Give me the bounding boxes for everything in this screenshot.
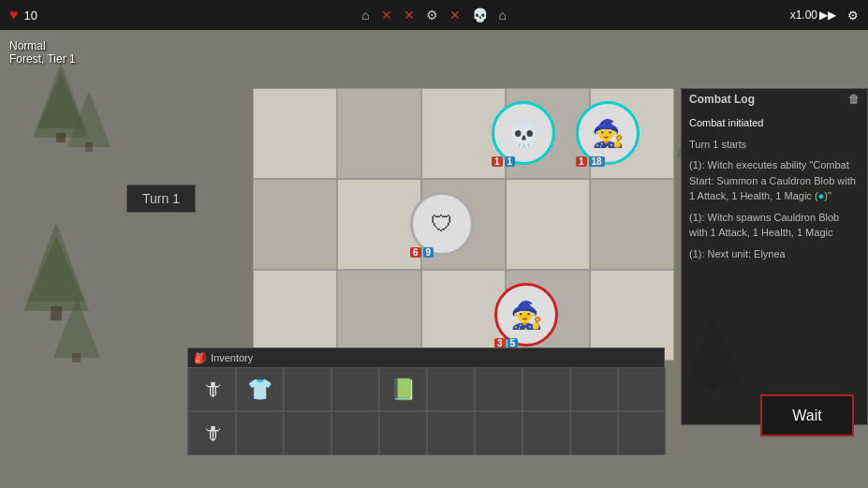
game-mode: Normal [9, 39, 76, 52]
skull-icon[interactable]: 💀 [472, 7, 488, 22]
inventory-grid: 🗡 👕 📗 🗡 [188, 367, 666, 455]
cauldron-atk: 1 [492, 156, 503, 167]
inv-cell-16[interactable] [475, 411, 522, 455]
inv-cell-7[interactable] [522, 367, 570, 411]
warrior-atk: 6 [410, 247, 421, 258]
log-entry-2: (1): Witch executes ability "Combat Star… [689, 157, 860, 204]
close-icon-3[interactable]: ✕ [449, 7, 461, 22]
svg-rect-9 [72, 353, 81, 362]
inv-cell-0[interactable]: 🗡 [188, 367, 236, 411]
inv-cell-8[interactable] [570, 367, 618, 411]
svg-marker-1 [37, 72, 84, 128]
speed-value: x1.00 [790, 8, 817, 22]
person-icon[interactable]: ⚙ [426, 7, 438, 22]
inv-cell-14[interactable] [379, 411, 427, 455]
item-sword-2: 🗡 [202, 421, 223, 446]
cauldron-stats: 1 1 [492, 156, 515, 167]
inv-cell-9[interactable] [618, 367, 666, 411]
item-book: 📗 [390, 377, 416, 402]
unit-circle-cauldron: 💀 [492, 101, 555, 165]
wait-button[interactable]: Wait [760, 394, 854, 436]
witch-small-stats: 1 18 [576, 156, 605, 167]
inventory-panel: 🎒 Inventory 🗡 👕 📗 🗡 [187, 348, 665, 455]
inv-cell-13[interactable] [331, 411, 379, 455]
combat-log-content: Combat initiated Turn 1 starts (1): Witc… [682, 110, 867, 424]
location: Forest, Tier 1 [9, 52, 76, 66]
home-icon-2[interactable]: ⌂ [499, 7, 507, 22]
unit-cauldron-blob[interactable]: 💀 1 1 [492, 101, 555, 165]
warrior-portrait: 🛡 [431, 211, 453, 237]
grid-cell-0-0[interactable] [253, 88, 337, 179]
combat-log: Combat Log 🗑 Combat initiated Turn 1 sta… [681, 88, 868, 425]
unit-circle-warrior: 🛡 [410, 192, 474, 256]
svg-marker-3 [67, 91, 110, 147]
inv-cell-10[interactable]: 🗡 [188, 411, 236, 455]
settings-icon[interactable]: ⚙ [847, 8, 859, 22]
close-icon-1[interactable]: ✕ [381, 7, 392, 22]
warrior-stats: 6 9 [410, 247, 434, 258]
inv-cell-5[interactable] [427, 367, 475, 411]
topbar: ♥ 10 ⌂ ✕ ✕ ⚙ ✕ 💀 ⌂ x1.00 ▶▶ ⚙ [0, 0, 868, 30]
witch-small-atk: 1 [576, 156, 587, 167]
tree-decoration-1 [28, 58, 94, 146]
log-entry-3: (1): Witch spawns Cauldron Blob with 1 A… [689, 210, 860, 241]
hp-value: 10 [24, 8, 37, 22]
play-icon[interactable]: ▶▶ [819, 8, 836, 22]
witch-small-hp: 18 [589, 156, 605, 167]
witch-small-portrait: 🧙 [592, 118, 625, 149]
warrior-hp: 9 [423, 247, 434, 258]
grid-cell-1-1[interactable] [337, 179, 421, 270]
grid-cell-1-4[interactable] [590, 179, 674, 270]
inv-cell-19[interactable] [618, 411, 666, 455]
inventory-title: Inventory [211, 352, 253, 363]
item-sword-1: 🗡 [202, 377, 223, 402]
log-entry-4: (1): Next unit: Elynea [689, 246, 860, 262]
inventory-icon: 🎒 [194, 352, 207, 364]
svg-rect-4 [85, 142, 93, 152]
witch-main-portrait: 🧙 [510, 300, 543, 331]
inv-cell-11[interactable] [236, 411, 284, 455]
grid-cell-1-0[interactable] [253, 179, 337, 270]
svg-marker-6 [28, 236, 84, 302]
grid-container: 💀 1 1 🧙 1 18 [253, 88, 674, 360]
inv-cell-1[interactable]: 👕 [236, 367, 284, 411]
inv-cell-6[interactable] [475, 367, 522, 411]
inv-cell-15[interactable] [427, 411, 475, 455]
combat-log-clear-icon[interactable]: 🗑 [848, 93, 860, 106]
item-shirt: 👕 [247, 377, 272, 402]
close-icon-2[interactable]: ✕ [404, 7, 415, 22]
grid-cell-1-3[interactable] [506, 179, 590, 270]
inv-cell-17[interactable] [522, 411, 570, 455]
topbar-left: ♥ 10 [9, 7, 37, 23]
log-entry-1: Turn 1 starts [689, 137, 860, 153]
turn-label: Turn 1 [126, 185, 196, 213]
home-icon-1[interactable]: ⌂ [361, 7, 369, 22]
inv-cell-12[interactable] [284, 411, 331, 455]
speed-control: x1.00 ▶▶ [790, 8, 836, 22]
combat-log-header: Combat Log 🗑 [682, 89, 867, 110]
grid-cell-0-1[interactable] [337, 88, 421, 179]
unit-warrior[interactable]: 🛡 6 9 [410, 192, 474, 256]
unit-witch-main[interactable]: 🧙 3 5 [494, 283, 558, 347]
main-area: Normal Forest, Tier 1 Turn 1 [0, 30, 868, 488]
cauldron-hp: 1 [505, 156, 516, 167]
combat-log-title: Combat Log [689, 93, 755, 106]
inv-cell-2[interactable] [284, 367, 331, 411]
inv-cell-3[interactable] [331, 367, 379, 411]
tree-decoration-2 [66, 86, 112, 155]
inv-cell-4[interactable]: 📗 [379, 367, 427, 411]
tree-decoration-3 [19, 217, 94, 324]
svg-marker-0 [33, 63, 89, 138]
svg-rect-2 [56, 133, 66, 142]
unit-circle-witch-small: 🧙 [576, 101, 640, 165]
topbar-right: x1.00 ▶▶ ⚙ [790, 8, 859, 22]
inv-cell-18[interactable] [570, 411, 618, 455]
heart-icon: ♥ [9, 7, 19, 23]
topbar-center: ⌂ ✕ ✕ ⚙ ✕ 💀 ⌂ [361, 7, 507, 22]
unit-witch-small[interactable]: 🧙 1 18 [576, 101, 640, 165]
tree-decoration-4 [51, 292, 103, 366]
svg-rect-7 [51, 306, 62, 320]
inventory-header: 🎒 Inventory [188, 348, 664, 367]
info-panel: Normal Forest, Tier 1 [9, 39, 76, 66]
cauldron-portrait: 💀 [508, 118, 540, 149]
